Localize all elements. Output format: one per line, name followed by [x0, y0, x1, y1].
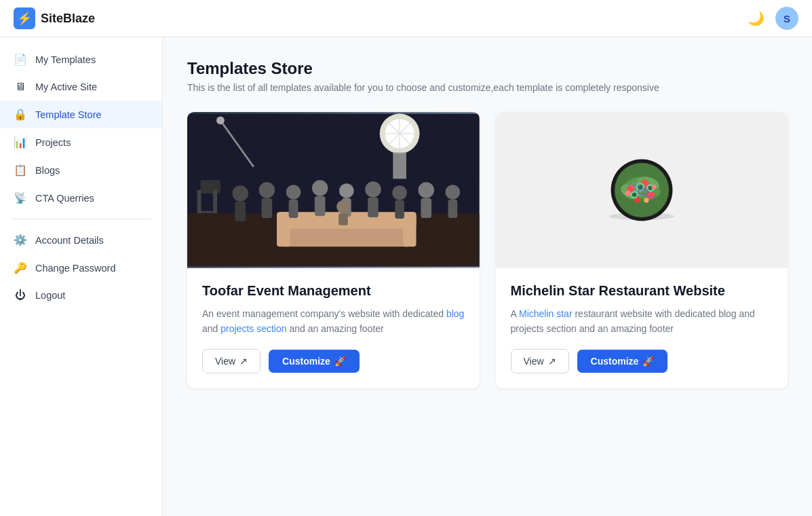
- sidebar-item-my-templates[interactable]: 📄 My Templates: [0, 45, 162, 73]
- template-body-michelin: Michelin Star Restaurant Website A Miche…: [496, 268, 788, 388]
- sidebar: 📄 My Templates 🖥 My Active Site 🔒 Templa…: [0, 37, 163, 516]
- logo-icon: ⚡: [14, 7, 35, 29]
- svg-rect-9: [262, 198, 273, 218]
- svg-rect-39: [339, 213, 348, 225]
- svg-point-25: [216, 116, 225, 124]
- sidebar-item-my-active-site-label: My Active Site: [35, 81, 97, 92]
- view-button-toofar[interactable]: View ↗: [202, 349, 260, 373]
- svg-point-20: [418, 182, 433, 198]
- svg-point-8: [259, 182, 275, 198]
- header: ⚡ SiteBlaze 🌙 S: [0, 0, 812, 37]
- gear-icon: ⚙️: [14, 234, 27, 246]
- svg-rect-19: [395, 200, 404, 219]
- sidebar-item-change-password[interactable]: 🔑 Change Password: [0, 254, 162, 282]
- michelin-link[interactable]: Michelin star: [519, 308, 573, 319]
- rocket-icon: 🚀: [334, 356, 346, 367]
- svg-point-68: [644, 198, 649, 202]
- logo-area: ⚡ SiteBlaze: [14, 7, 95, 29]
- sidebar-item-blogs-label: Blogs: [35, 165, 60, 176]
- template-image-toofar: [187, 112, 480, 268]
- template-actions-toofar: View ↗ Customize 🚀: [202, 349, 465, 373]
- sidebar-item-my-active-site[interactable]: 🖥 My Active Site: [0, 73, 162, 100]
- svg-rect-21: [421, 198, 431, 218]
- power-icon: ⏻: [14, 289, 27, 301]
- svg-point-6: [233, 185, 248, 201]
- signal-icon: 📡: [14, 191, 27, 204]
- sidebar-item-cta-queries-label: CTA Querries: [35, 193, 94, 204]
- main-content: Templates Store This is the list of all …: [163, 37, 812, 516]
- arrow-icon: ↗: [548, 356, 556, 367]
- template-body-toofar: Toofar Event Management An event managem…: [187, 268, 480, 388]
- page-subtitle: This is the list of all templates availa…: [187, 82, 788, 93]
- document-icon: 📄: [14, 53, 27, 66]
- lock-icon: 🔒: [14, 108, 27, 121]
- svg-rect-11: [289, 200, 298, 218]
- svg-rect-4: [277, 212, 290, 246]
- rocket-icon: 🚀: [642, 356, 654, 367]
- sidebar-item-change-password-label: Change Password: [35, 263, 116, 274]
- sidebar-divider: [11, 219, 151, 219]
- layout: 📄 My Templates 🖥 My Active Site 🔒 Templa…: [0, 37, 812, 516]
- svg-point-12: [312, 180, 328, 196]
- customize-button-michelin[interactable]: Customize 🚀: [577, 350, 668, 373]
- svg-point-66: [651, 185, 656, 189]
- sidebar-item-blogs[interactable]: 📋 Blogs: [0, 156, 162, 184]
- toofar-blog-link[interactable]: blog: [446, 308, 464, 319]
- svg-point-33: [380, 113, 420, 153]
- svg-rect-17: [368, 198, 379, 217]
- svg-point-10: [286, 185, 301, 200]
- sidebar-item-logout-label: Logout: [35, 290, 65, 301]
- svg-rect-23: [448, 200, 458, 218]
- template-card-michelin: Michelin Star Restaurant Website A Miche…: [496, 112, 788, 388]
- sidebar-item-projects[interactable]: 📊 Projects: [0, 128, 162, 156]
- page-title: Templates Store: [187, 59, 788, 78]
- customize-button-toofar[interactable]: Customize 🚀: [269, 350, 360, 373]
- sidebar-nav: 📄 My Templates 🖥 My Active Site 🔒 Templa…: [0, 45, 162, 508]
- monitor-icon: 🖥: [14, 81, 27, 93]
- svg-point-22: [446, 185, 461, 200]
- svg-rect-5: [403, 212, 417, 246]
- svg-point-67: [625, 190, 630, 196]
- user-avatar[interactable]: S: [775, 7, 798, 30]
- toofar-projects-link[interactable]: projects section: [220, 323, 286, 334]
- svg-rect-36: [213, 190, 217, 213]
- template-actions-michelin: View ↗ Customize 🚀: [511, 349, 773, 373]
- view-button-michelin[interactable]: View ↗: [511, 349, 569, 373]
- template-name-toofar: Toofar Event Management: [202, 282, 465, 299]
- template-card-toofar: Toofar Event Management An event managem…: [187, 112, 480, 388]
- chart-icon: 📊: [14, 136, 27, 149]
- sidebar-item-cta-queries[interactable]: 📡 CTA Querries: [0, 184, 162, 212]
- sidebar-item-template-store-label: Template Store: [35, 109, 102, 120]
- app-name: SiteBlaze: [41, 12, 95, 26]
- svg-rect-7: [235, 202, 246, 221]
- svg-rect-35: [197, 190, 201, 213]
- header-right: 🌙 S: [748, 7, 798, 30]
- template-name-michelin: Michelin Star Restaurant Website: [511, 282, 773, 299]
- key-icon: 🔑: [14, 261, 27, 274]
- svg-rect-34: [201, 180, 220, 194]
- svg-point-38: [336, 200, 350, 214]
- sidebar-item-my-templates-label: My Templates: [35, 54, 96, 65]
- arrow-icon: ↗: [239, 356, 248, 367]
- svg-point-18: [392, 185, 407, 200]
- svg-rect-32: [393, 152, 406, 179]
- svg-point-16: [365, 181, 381, 197]
- svg-rect-13: [315, 196, 326, 216]
- sidebar-item-projects-label: Projects: [35, 137, 71, 148]
- svg-point-62: [632, 193, 636, 197]
- sidebar-item-account-details-label: Account Details: [35, 235, 104, 246]
- svg-point-14: [339, 183, 354, 198]
- dark-mode-icon[interactable]: 🌙: [748, 10, 765, 26]
- sidebar-item-account-details[interactable]: ⚙️ Account Details: [0, 226, 162, 254]
- template-desc-michelin: A Michelin star restaurant website with …: [511, 306, 773, 337]
- sidebar-item-template-store[interactable]: 🔒 Template Store: [0, 100, 162, 128]
- template-desc-toofar: An event management company's website wi…: [202, 306, 465, 337]
- sidebar-item-logout[interactable]: ⏻ Logout: [0, 282, 162, 309]
- blog-icon: 📋: [14, 164, 27, 177]
- templates-grid: Toofar Event Management An event managem…: [187, 112, 788, 388]
- template-image-michelin: [496, 112, 788, 268]
